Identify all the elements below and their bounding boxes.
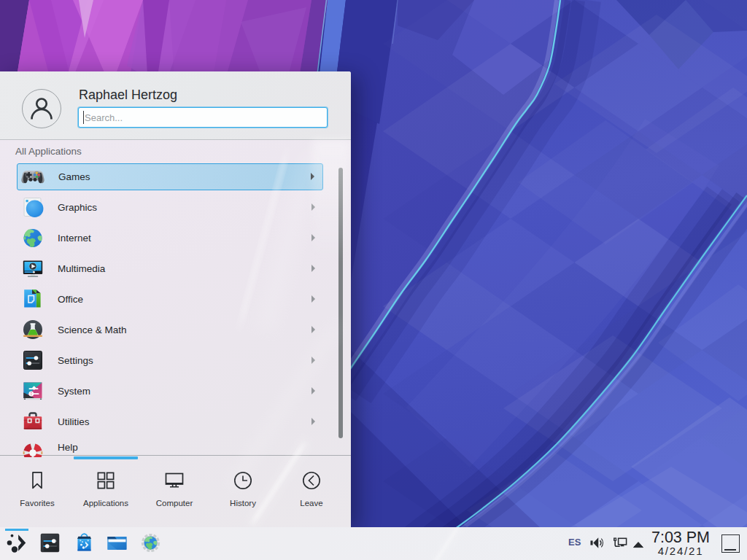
user-icon	[23, 90, 61, 128]
submenu-arrow-icon	[311, 357, 315, 364]
toolbox-icon	[21, 410, 44, 433]
discover-icon[interactable]	[74, 532, 95, 553]
tab-label: Leave	[300, 499, 322, 508]
menu-category-graphics[interactable]: Graphics	[17, 194, 323, 221]
tab-history[interactable]: History	[209, 456, 277, 527]
tab-leave[interactable]: Leave	[277, 456, 346, 527]
keyboard-layout-indicator[interactable]: ES	[568, 537, 581, 548]
network-icon[interactable]	[611, 535, 628, 555]
menu-category-label: Utilities	[58, 416, 90, 427]
volume-icon[interactable]	[589, 534, 605, 554]
user-avatar[interactable]	[22, 89, 61, 128]
lifebuoy-icon	[21, 440, 44, 458]
application-launcher-panel: Raphael Hertzog Search... All Applicatio…	[0, 71, 351, 527]
science-icon	[21, 318, 44, 341]
system-icon	[21, 379, 44, 402]
clock-icon	[233, 470, 253, 491]
menu-category-label: System	[58, 386, 90, 397]
menu-category-label: Graphics	[58, 202, 97, 213]
menu-category-label: Internet	[58, 233, 91, 244]
settings-icon	[21, 349, 44, 372]
menu-category-internet[interactable]: Internet	[17, 225, 323, 252]
leave-icon	[301, 470, 322, 491]
submenu-arrow-icon	[311, 234, 315, 241]
system-settings-icon[interactable]	[39, 532, 61, 553]
text-caret	[83, 111, 84, 124]
launcher-tabbar: Favorites Applications Computer History …	[3, 456, 346, 527]
taskbar-translucency-streak	[427, 527, 468, 560]
desktop: Raphael Hertzog Search... All Applicatio…	[0, 0, 747, 560]
menu-category-label: Settings	[58, 355, 93, 366]
globe-icon	[21, 226, 44, 249]
submenu-arrow-icon	[311, 326, 315, 333]
digital-clock[interactable]: 7:03 PM 4/24/21	[643, 530, 719, 556]
submenu-arrow-icon	[311, 418, 315, 425]
menu-category-label: Games	[58, 171, 90, 182]
gamepad-icon	[21, 165, 44, 188]
tab-label: Computer	[156, 499, 193, 508]
file-manager-icon[interactable]	[107, 532, 128, 553]
application-category-list: Games Graphics Internet Multimedia	[0, 163, 351, 457]
clock-date: 4/24/21	[643, 545, 719, 556]
tab-applications[interactable]: Applications	[71, 456, 140, 527]
tab-label: History	[230, 499, 256, 508]
menu-category-label: Science & Math	[58, 324, 127, 335]
user-name: Raphael Hertzog	[79, 88, 177, 103]
office-icon	[21, 287, 44, 311]
menu-category-games[interactable]: Games	[17, 163, 323, 190]
graphics-icon	[21, 195, 44, 219]
submenu-arrow-icon	[311, 295, 315, 303]
tab-computer[interactable]: Computer	[140, 456, 209, 527]
launcher-active-indicator	[5, 529, 28, 531]
monitor-icon	[164, 470, 185, 491]
taskbar: ES 7:03 PM 4/24/21	[0, 527, 747, 560]
menu-category-utilities[interactable]: Utilities	[17, 408, 323, 435]
menu-category-office[interactable]: Office	[17, 286, 323, 313]
tab-label: Favorites	[20, 499, 54, 508]
menu-category-label: Help	[58, 442, 78, 453]
menu-category-science-math[interactable]: Science & Math	[17, 316, 323, 343]
menu-category-settings[interactable]: Settings	[17, 347, 323, 374]
search-placeholder: Search...	[85, 112, 123, 123]
kali-menu-icon[interactable]	[5, 532, 26, 553]
tab-label: Applications	[83, 499, 128, 508]
app-grid-icon	[96, 470, 116, 491]
submenu-arrow-icon	[311, 265, 315, 272]
show-desktop-button[interactable]	[721, 534, 740, 553]
menu-category-label: Office	[58, 294, 83, 305]
submenu-arrow-icon	[311, 387, 315, 394]
menu-category-label: Multimedia	[58, 263, 105, 274]
menu-category-help[interactable]: Help	[17, 439, 323, 458]
multimedia-icon	[21, 257, 44, 280]
submenu-arrow-icon	[311, 173, 314, 180]
launcher-header: Raphael Hertzog Search...	[0, 71, 351, 140]
menu-category-system[interactable]: System	[17, 378, 323, 405]
clock-time: 7:03 PM	[643, 530, 719, 545]
submenu-arrow-icon	[311, 203, 315, 211]
search-input[interactable]: Search...	[78, 107, 328, 128]
menu-category-multimedia[interactable]: Multimedia	[17, 255, 323, 282]
web-browser-icon[interactable]	[140, 532, 161, 553]
section-label: All Applications	[15, 146, 82, 157]
bookmark-icon	[27, 470, 47, 491]
tab-favorites[interactable]: Favorites	[3, 456, 71, 527]
